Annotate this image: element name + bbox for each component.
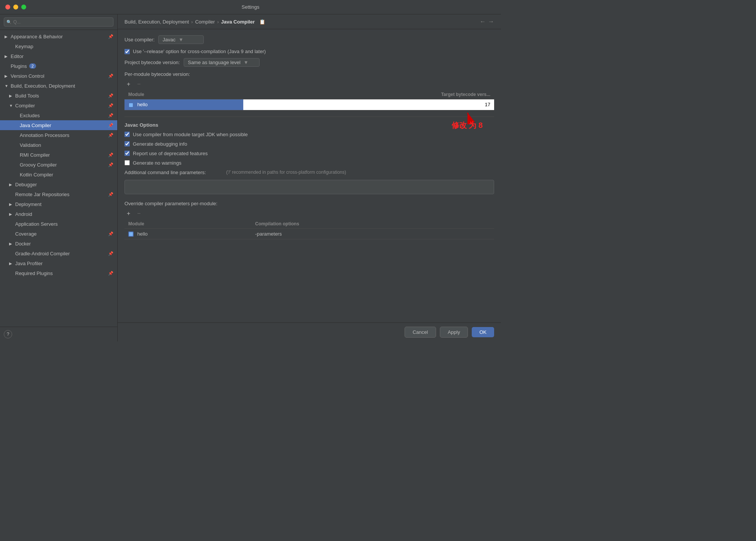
ok-button[interactable]: OK: [472, 327, 494, 337]
module-table: Module Target bytecode vers... hello 17: [124, 90, 494, 110]
sidebar-list: ▶ Appearance & Behavior 📌 Keymap ▶ Edito…: [0, 30, 117, 327]
sidebar-label-excludes: Excludes: [20, 113, 40, 118]
breadcrumb: Build, Execution, Deployment › Compiler …: [118, 14, 501, 29]
override-label: Override compiler parameters per-module:: [124, 201, 494, 206]
sidebar-label-coverage: Coverage: [15, 231, 36, 237]
sidebar-item-compiler[interactable]: ▼ Compiler 📌: [0, 101, 117, 110]
remove-module-btn[interactable]: −: [135, 80, 143, 88]
window-title: Settings: [242, 4, 260, 10]
release-option-row: Use '--release' option for cross-compila…: [124, 49, 494, 54]
pin-icon: 📌: [108, 74, 113, 79]
additional-cmd-input[interactable]: [124, 180, 494, 194]
help-button[interactable]: ?: [4, 330, 12, 338]
override-options-cell: -parameters: [251, 228, 494, 239]
add-module-btn[interactable]: +: [124, 80, 132, 88]
sidebar-item-annotation[interactable]: Annotation Processors 📌: [0, 130, 117, 140]
close-button[interactable]: [5, 5, 10, 9]
sidebar-item-build-tools[interactable]: ▶ Build Tools 📌: [0, 91, 117, 101]
sidebar-item-deployment[interactable]: ▶ Deployment: [0, 199, 117, 209]
section-divider: [124, 116, 494, 117]
module-table-wrapper: Module Target bytecode vers... hello 17: [124, 90, 494, 110]
sidebar-item-editor[interactable]: ▶ Editor: [0, 51, 117, 61]
sidebar-bottom: ?: [0, 327, 117, 341]
pin-icon: 📌: [108, 271, 113, 276]
table-row[interactable]: hello -parameters: [124, 228, 494, 239]
content-body: Use compiler: Javac ▼ Use '--release' op…: [118, 29, 501, 322]
bottom-bar: Cancel Apply OK: [118, 322, 501, 341]
sidebar-item-validation[interactable]: Validation: [0, 140, 117, 150]
arrow-icon: ▶: [5, 54, 9, 58]
breadcrumb-sep-1: ›: [191, 19, 193, 25]
add-override-btn[interactable]: +: [124, 209, 132, 218]
sidebar-label-remote-jar: Remote Jar Repositories: [15, 192, 69, 197]
breadcrumb-forward-btn[interactable]: →: [488, 18, 494, 25]
arrow-icon: ▶: [9, 94, 14, 98]
additional-cmd-label: Additional command line parameters:: [124, 170, 216, 175]
sidebar-item-appearance[interactable]: ▶ Appearance & Behavior 📌: [0, 31, 117, 41]
sidebar-item-rmi[interactable]: RMI Compiler 📌: [0, 150, 117, 160]
minimize-button[interactable]: [13, 5, 18, 9]
sidebar-item-java-profiler[interactable]: ▶ Java Profiler: [0, 258, 117, 268]
sidebar-item-build-exec[interactable]: ▼ Build, Execution, Deployment: [0, 81, 117, 91]
sidebar-item-excludes[interactable]: Excludes 📌: [0, 110, 117, 120]
content-wrapper: Build, Execution, Deployment › Compiler …: [118, 14, 501, 341]
sidebar-label-rmi: RMI Compiler: [20, 152, 50, 158]
release-option-checkbox[interactable]: [124, 49, 130, 54]
project-bytecode-value: Same as language level: [188, 60, 241, 65]
dropdown-arrow-icon: ▼: [178, 37, 183, 42]
sidebar-item-groovy[interactable]: Groovy Compiler 📌: [0, 160, 117, 170]
sidebar-item-docker[interactable]: ▶ Docker: [0, 239, 117, 248]
per-module-label: Per-module bytecode version:: [124, 71, 494, 77]
sidebar-item-kotlin[interactable]: Kotlin Compiler: [0, 170, 117, 179]
report-deprecated-checkbox[interactable]: [124, 151, 130, 156]
sidebar-label-build-exec: Build, Execution, Deployment: [11, 83, 75, 89]
sidebar-item-required-plugins[interactable]: Required Plugins 📌: [0, 268, 117, 278]
search-input[interactable]: [4, 17, 113, 27]
table-row[interactable]: hello 17: [124, 99, 494, 110]
arrow-icon: ▶: [5, 74, 9, 78]
sidebar-item-app-servers[interactable]: Application Servers: [0, 219, 117, 229]
use-compiler-module-checkbox[interactable]: [124, 132, 130, 137]
maximize-button[interactable]: [21, 5, 26, 9]
sidebar-label-java-compiler: Java Compiler: [20, 123, 51, 128]
sidebar-label-plugins: Plugins: [11, 63, 27, 69]
use-compiler-label: Use compiler:: [124, 37, 154, 42]
breadcrumb-part-2: Compiler: [195, 19, 215, 25]
sidebar-item-android[interactable]: ▶ Android: [0, 209, 117, 219]
arrow-icon: ▶: [9, 182, 14, 187]
breadcrumb-back-btn[interactable]: ←: [480, 18, 486, 25]
search-box: 🔍: [0, 14, 117, 30]
pin-icon: 📌: [108, 103, 113, 108]
sidebar-label-editor: Editor: [11, 53, 24, 59]
sidebar-item-plugins[interactable]: Plugins 2: [0, 61, 117, 71]
sidebar-item-remote-jar[interactable]: Remote Jar Repositories 📌: [0, 189, 117, 199]
sidebar-label-java-profiler: Java Profiler: [15, 261, 43, 266]
pin-icon: 📌: [108, 113, 113, 118]
project-bytecode-label: Project bytecode version:: [124, 60, 180, 65]
dropdown-arrow-icon-2: ▼: [244, 60, 249, 65]
sidebar-item-coverage[interactable]: Coverage 📌: [0, 229, 117, 239]
sidebar-label-debugger: Debugger: [15, 182, 37, 187]
plugins-badge: 2: [29, 63, 36, 69]
sidebar: 🔍 ▶ Appearance & Behavior 📌 Keymap ▶ Edi…: [0, 14, 118, 341]
project-bytecode-dropdown[interactable]: Same as language level ▼: [184, 58, 260, 67]
javac-checkbox-3: Report use of deprecated features: [124, 151, 494, 156]
sidebar-label-build-tools: Build Tools: [15, 93, 39, 99]
pin-icon: 📌: [108, 93, 113, 98]
pin-icon: 📌: [108, 162, 113, 167]
sidebar-label-gradle-android: Gradle-Android Compiler: [15, 251, 70, 256]
gen-no-warnings-checkbox[interactable]: [124, 160, 130, 165]
remove-override-btn[interactable]: −: [135, 209, 143, 218]
use-compiler-dropdown[interactable]: Javac ▼: [158, 35, 204, 44]
release-option-label: Use '--release' option for cross-compila…: [133, 49, 266, 54]
breadcrumb-icon: 📋: [259, 19, 265, 25]
sidebar-item-debugger[interactable]: ▶ Debugger: [0, 179, 117, 189]
cancel-button[interactable]: Cancel: [405, 327, 436, 338]
apply-button[interactable]: Apply: [440, 327, 468, 338]
sidebar-item-java-compiler[interactable]: Java Compiler 📌: [0, 120, 117, 130]
gen-debug-checkbox[interactable]: [124, 141, 130, 146]
sidebar-item-gradle-android[interactable]: Gradle-Android Compiler 📌: [0, 248, 117, 258]
sidebar-item-keymap[interactable]: Keymap: [0, 41, 117, 51]
arrow-icon: ▼: [5, 84, 9, 88]
sidebar-item-version-control[interactable]: ▶ Version Control 📌: [0, 71, 117, 81]
